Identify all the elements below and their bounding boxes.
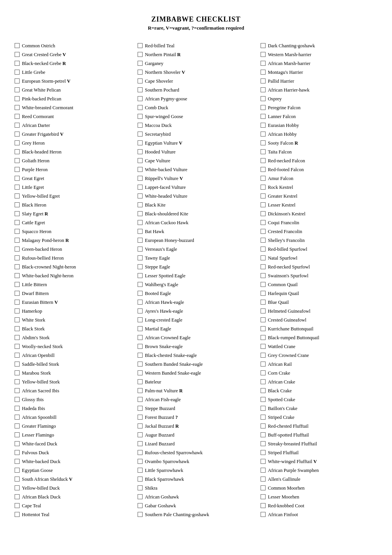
checkbox[interactable]	[138, 87, 143, 92]
checkbox[interactable]	[15, 503, 20, 508]
checkbox[interactable]	[138, 423, 143, 428]
checkbox[interactable]	[138, 140, 143, 145]
checkbox[interactable]	[261, 167, 266, 172]
checkbox[interactable]	[138, 202, 143, 207]
checkbox[interactable]	[15, 202, 20, 207]
checkbox[interactable]	[261, 70, 266, 75]
checkbox[interactable]	[261, 388, 266, 393]
checkbox[interactable]	[138, 238, 143, 243]
checkbox[interactable]	[138, 326, 143, 331]
checkbox[interactable]	[15, 344, 20, 349]
checkbox[interactable]	[138, 450, 143, 455]
checkbox[interactable]	[261, 140, 266, 145]
checkbox[interactable]	[15, 450, 20, 455]
checkbox[interactable]	[261, 423, 266, 428]
checkbox[interactable]	[261, 247, 266, 252]
checkbox[interactable]	[261, 406, 266, 411]
checkbox[interactable]	[261, 308, 266, 313]
checkbox[interactable]	[261, 52, 266, 57]
checkbox[interactable]	[261, 211, 266, 216]
checkbox[interactable]	[261, 273, 266, 278]
checkbox[interactable]	[261, 485, 266, 490]
checkbox[interactable]	[138, 344, 143, 349]
checkbox[interactable]	[15, 282, 20, 287]
checkbox[interactable]	[138, 432, 143, 437]
checkbox[interactable]	[138, 282, 143, 287]
checkbox[interactable]	[15, 362, 20, 367]
checkbox[interactable]	[138, 379, 143, 384]
checkbox[interactable]	[261, 264, 266, 269]
checkbox[interactable]	[138, 132, 143, 137]
checkbox[interactable]	[261, 450, 266, 455]
checkbox[interactable]	[15, 370, 20, 375]
checkbox[interactable]	[261, 415, 266, 420]
checkbox[interactable]	[261, 96, 266, 101]
checkbox[interactable]	[261, 477, 266, 482]
checkbox[interactable]	[15, 43, 20, 48]
checkbox[interactable]	[15, 264, 20, 269]
checkbox[interactable]	[261, 379, 266, 384]
checkbox[interactable]	[261, 149, 266, 154]
checkbox[interactable]	[15, 52, 20, 57]
checkbox[interactable]	[261, 441, 266, 446]
checkbox[interactable]	[138, 43, 143, 48]
checkbox[interactable]	[261, 432, 266, 437]
checkbox[interactable]	[138, 220, 143, 225]
checkbox[interactable]	[138, 335, 143, 340]
checkbox[interactable]	[15, 255, 20, 260]
checkbox[interactable]	[15, 379, 20, 384]
checkbox[interactable]	[15, 211, 20, 216]
checkbox[interactable]	[15, 300, 20, 305]
checkbox[interactable]	[15, 193, 20, 198]
checkbox[interactable]	[15, 176, 20, 181]
checkbox[interactable]	[138, 255, 143, 260]
checkbox[interactable]	[261, 282, 266, 287]
checkbox[interactable]	[138, 308, 143, 313]
checkbox[interactable]	[15, 326, 20, 331]
checkbox[interactable]	[15, 140, 20, 145]
checkbox[interactable]	[138, 61, 143, 66]
checkbox[interactable]	[15, 229, 20, 234]
checkbox[interactable]	[138, 158, 143, 163]
checkbox[interactable]	[15, 61, 20, 66]
checkbox[interactable]	[15, 185, 20, 190]
checkbox[interactable]	[261, 335, 266, 340]
checkbox[interactable]	[261, 87, 266, 92]
checkbox[interactable]	[138, 211, 143, 216]
checkbox[interactable]	[261, 459, 266, 464]
checkbox[interactable]	[138, 273, 143, 278]
checkbox[interactable]	[138, 123, 143, 128]
checkbox[interactable]	[15, 397, 20, 402]
checkbox[interactable]	[261, 468, 266, 473]
checkbox[interactable]	[138, 353, 143, 358]
checkbox[interactable]	[138, 78, 143, 83]
checkbox[interactable]	[15, 167, 20, 172]
checkbox[interactable]	[261, 176, 266, 181]
checkbox[interactable]	[261, 512, 266, 517]
checkbox[interactable]	[15, 468, 20, 473]
checkbox[interactable]	[138, 229, 143, 234]
checkbox[interactable]	[138, 317, 143, 322]
checkbox[interactable]	[261, 202, 266, 207]
checkbox[interactable]	[261, 185, 266, 190]
checkbox[interactable]	[138, 193, 143, 198]
checkbox[interactable]	[261, 503, 266, 508]
checkbox[interactable]	[15, 353, 20, 358]
checkbox[interactable]	[138, 477, 143, 482]
checkbox[interactable]	[261, 114, 266, 119]
checkbox[interactable]	[15, 441, 20, 446]
checkbox[interactable]	[15, 132, 20, 137]
checkbox[interactable]	[138, 149, 143, 154]
checkbox[interactable]	[15, 432, 20, 437]
checkbox[interactable]	[15, 220, 20, 225]
checkbox[interactable]	[138, 362, 143, 367]
checkbox[interactable]	[15, 273, 20, 278]
checkbox[interactable]	[15, 105, 20, 110]
checkbox[interactable]	[15, 78, 20, 83]
checkbox[interactable]	[15, 149, 20, 154]
checkbox[interactable]	[138, 52, 143, 57]
checkbox[interactable]	[261, 78, 266, 83]
checkbox[interactable]	[15, 485, 20, 490]
checkbox[interactable]	[138, 185, 143, 190]
checkbox[interactable]	[138, 291, 143, 296]
